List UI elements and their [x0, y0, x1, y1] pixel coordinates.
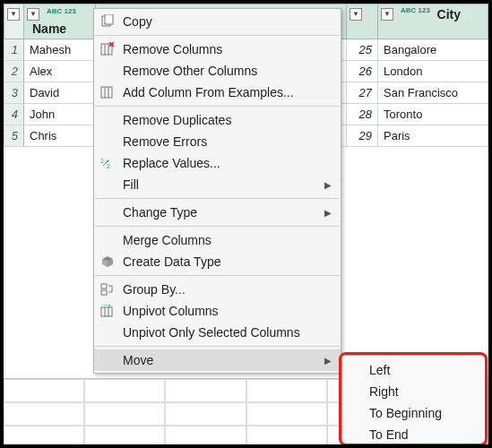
cell-city[interactable]: Paris — [378, 125, 488, 147]
menu-label: Change Type — [123, 205, 324, 220]
menu-label: Remove Columns — [123, 42, 332, 56]
menu-label: Replace Values... — [123, 156, 332, 170]
chevron-right-icon: ▶ — [324, 356, 332, 366]
svg-text:1: 1 — [100, 158, 104, 164]
cell-city[interactable]: Toronto — [378, 104, 488, 125]
move-submenu: Left Right To Beginning To End — [341, 355, 487, 448]
menu-item-unpivot-columns[interactable]: Unpivot Columns — [94, 300, 341, 322]
type-icon: ABC 123 — [401, 7, 430, 14]
add-column-icon — [98, 84, 117, 100]
blank-icon — [98, 204, 117, 220]
replace-values-icon: 12 — [98, 155, 117, 171]
cell-age[interactable]: 26 — [347, 61, 378, 82]
svg-rect-12 — [101, 284, 107, 289]
menu-label: Create Data Type — [123, 254, 332, 269]
submenu-item-left[interactable]: Left — [342, 359, 486, 381]
cell-age[interactable]: 25 — [347, 39, 378, 61]
row-number: 4 — [4, 104, 24, 125]
cell-age[interactable]: 29 — [347, 125, 378, 147]
menu-item-group-by[interactable]: Group By... — [94, 279, 341, 300]
menu-item-remove-columns[interactable]: Remove Columns — [94, 39, 341, 60]
cell-city[interactable]: San Francisco — [378, 82, 488, 104]
menu-item-copy[interactable]: Copy — [94, 11, 341, 32]
menu-separator — [95, 275, 340, 276]
menu-item-replace-values[interactable]: 12 Replace Values... — [94, 152, 341, 174]
blank-icon — [98, 352, 117, 368]
menu-item-fill[interactable]: Fill ▶ — [94, 174, 341, 195]
chevron-down-icon[interactable]: ▼ — [381, 8, 393, 21]
menu-label: Merge Columns — [123, 233, 332, 247]
cell-age[interactable]: 27 — [347, 82, 378, 104]
submenu-label: To End — [369, 427, 409, 442]
menu-item-unpivot-selected[interactable]: Unpivot Only Selected Columns — [94, 322, 341, 343]
menu-separator — [95, 35, 340, 36]
row-number: 5 — [4, 125, 24, 147]
blank-icon — [98, 324, 117, 340]
submenu-label: Left — [369, 363, 390, 377]
cell-name[interactable]: John — [24, 104, 96, 125]
menu-label: Copy — [123, 14, 332, 29]
svg-text:2: 2 — [107, 163, 110, 169]
menu-separator — [95, 226, 340, 227]
menu-label: Fill — [123, 177, 324, 192]
cell-name[interactable]: Mahesh — [24, 39, 96, 61]
rownum-header[interactable]: ▼ — [4, 4, 24, 39]
chevron-down-icon[interactable]: ▼ — [350, 8, 362, 21]
submenu-item-to-beginning[interactable]: To Beginning — [342, 402, 486, 424]
chevron-right-icon: ▶ — [324, 208, 332, 218]
submenu-label: To Beginning — [369, 406, 442, 420]
blank-icon — [98, 134, 117, 150]
column-header-age[interactable]: ▼ — [347, 4, 378, 39]
menu-item-move[interactable]: Move ▶ — [94, 349, 341, 371]
menu-separator — [95, 346, 340, 347]
menu-label: Remove Duplicates — [123, 113, 332, 127]
cell-city[interactable]: Bangalore — [378, 39, 488, 61]
svg-rect-1 — [105, 14, 113, 24]
submenu-label: Right — [369, 384, 399, 399]
menu-label: Remove Other Columns — [123, 64, 332, 78]
menu-item-remove-errors[interactable]: Remove Errors — [94, 131, 341, 152]
svg-rect-14 — [101, 307, 112, 316]
column-header-name[interactable]: ▼ ABC 123 Name — [24, 4, 96, 39]
submenu-item-to-end[interactable]: To End — [342, 424, 486, 445]
column-label: City — [437, 7, 461, 22]
blank-icon — [98, 63, 117, 79]
row-number: 2 — [4, 61, 24, 82]
data-type-icon — [98, 254, 117, 270]
menu-label: Group By... — [123, 282, 332, 297]
chevron-right-icon: ▶ — [324, 180, 332, 190]
menu-label: Add Column From Examples... — [123, 85, 332, 99]
context-menu: Copy Remove Columns Remove Other Columns… — [93, 8, 341, 374]
row-number: 3 — [4, 82, 24, 104]
remove-columns-icon — [98, 41, 117, 57]
menu-separator — [95, 198, 340, 199]
cell-name[interactable]: David — [24, 82, 96, 104]
group-by-icon — [98, 281, 117, 297]
chevron-down-icon[interactable]: ▼ — [7, 8, 20, 21]
menu-item-change-type[interactable]: Change Type ▶ — [94, 202, 341, 223]
type-icon: ABC 123 — [47, 8, 76, 15]
copy-icon — [98, 13, 117, 30]
column-header-city[interactable]: ▼ ABC 123 City — [378, 4, 488, 39]
menu-label: Remove Errors — [123, 134, 332, 149]
blank-icon — [98, 177, 117, 193]
menu-label: Move — [123, 353, 324, 367]
blank-icon — [98, 232, 117, 248]
cell-age[interactable]: 28 — [347, 104, 378, 125]
menu-item-merge-columns[interactable]: Merge Columns — [94, 229, 341, 251]
submenu-item-right[interactable]: Right — [342, 381, 486, 402]
blank-icon — [98, 112, 117, 128]
svg-rect-13 — [101, 290, 107, 295]
menu-item-add-column-from-examples[interactable]: Add Column From Examples... — [94, 82, 341, 103]
menu-item-remove-other-columns[interactable]: Remove Other Columns — [94, 60, 341, 82]
menu-label: Unpivot Only Selected Columns — [123, 325, 332, 340]
cell-name[interactable]: Alex — [24, 61, 96, 82]
chevron-down-icon[interactable]: ▼ — [27, 8, 39, 21]
cell-name[interactable]: Chris — [24, 125, 96, 147]
menu-item-create-data-type[interactable]: Create Data Type — [94, 251, 341, 272]
svg-rect-7 — [101, 87, 112, 98]
menu-item-remove-duplicates[interactable]: Remove Duplicates — [94, 109, 341, 131]
cell-city[interactable]: London — [378, 61, 488, 82]
row-number: 1 — [4, 39, 24, 61]
menu-label: Unpivot Columns — [123, 304, 332, 318]
